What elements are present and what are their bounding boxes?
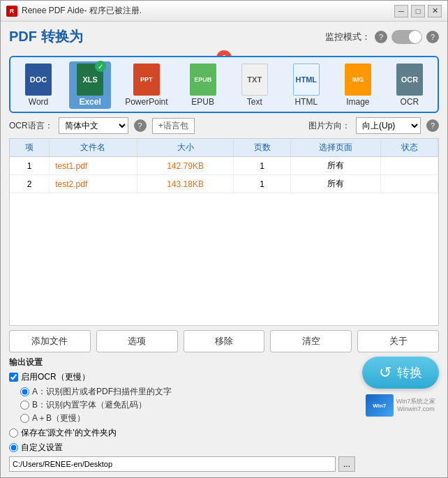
format-excel[interactable]: XLS ✓ Excel: [69, 61, 111, 109]
radio-a-label[interactable]: A：识别图片或者PDF扫描件里的文字: [32, 386, 172, 398]
header-row: PDF 转换为 监控模式： ? ?: [9, 27, 439, 46]
format-ppt[interactable]: PPT PowerPoint: [121, 61, 172, 109]
ocr-language-label: OCR语言：: [9, 120, 53, 132]
enable-ocr-row: 启用OCR（更慢）: [9, 371, 355, 383]
browse-button[interactable]: ...: [338, 456, 355, 472]
cell-pages: 1: [234, 175, 291, 193]
ppt-label: PowerPoint: [125, 97, 167, 107]
options-button[interactable]: 选项: [96, 330, 178, 352]
maximize-button[interactable]: □: [411, 5, 425, 17]
cell-filename: test1.pdf: [50, 157, 137, 175]
cell-size: 142.79KB: [137, 157, 234, 175]
monitor-area: 监控模式： ? ?: [325, 30, 439, 44]
format-word[interactable]: DOC Word: [17, 61, 59, 109]
main-window: R Renee PDF Aide- 程序已被注册. ─ □ ✕ PDF 转换为 …: [0, 0, 448, 478]
table-row[interactable]: 1 test1.pdf 142.79KB 1 所有: [10, 157, 438, 175]
ocr-icon-wrap: OCR: [396, 64, 423, 96]
monitor-toggle[interactable]: [391, 30, 422, 44]
word-icon: DOC: [25, 64, 52, 96]
html-icon-wrap: HTML: [293, 64, 320, 96]
watermark-text: Win7系统之家 Winwin7.com: [396, 398, 436, 413]
excel-label: Excel: [79, 97, 100, 107]
excel-icon-wrap: XLS ✓: [77, 64, 103, 96]
epub-label: EPUB: [191, 97, 214, 107]
image-icon-wrap: IMG: [345, 64, 371, 96]
epub-icon-wrap: ePUB: [190, 64, 216, 96]
ocr-radio-group: A：识别图片或者PDF扫描件里的文字 B：识别内置字体（避免乱码） A＋B（更慢…: [20, 386, 355, 424]
col-header-size: 大小: [137, 139, 234, 157]
cell-pages: 1: [234, 157, 291, 175]
format-grid: DOC Word XLS ✓ Excel: [13, 61, 435, 109]
direction-select[interactable]: 向上(Up) 向左(Left) 向右(Right) 向下(Down): [356, 117, 421, 134]
custom-dir-radio[interactable]: [9, 443, 18, 452]
watermark-area: Win7 Win7系统之家 Winwin7.com: [366, 394, 436, 417]
radio-a[interactable]: [20, 387, 29, 396]
format-html[interactable]: HTML HTML: [285, 61, 327, 109]
text-icon: TXT: [241, 64, 268, 96]
output-settings-title: 输出设置: [9, 357, 355, 368]
cell-id: 2: [10, 175, 50, 193]
col-header-selected-pages: 选择页面: [291, 139, 381, 157]
path-row: ...: [9, 456, 355, 472]
cell-status: [381, 175, 438, 193]
main-content: PDF 转换为 监控模式： ? ? 2: [1, 22, 447, 477]
radio-b[interactable]: [20, 401, 29, 410]
window-controls: ─ □ ✕: [394, 5, 442, 17]
format-ocr[interactable]: OCR OCR: [389, 61, 431, 109]
cell-size: 143.18KB: [137, 175, 234, 193]
table-row[interactable]: 2 test2.pdf 143.18KB 1 所有: [10, 175, 438, 193]
toggle-knob: [409, 31, 421, 43]
convert-label: 转换: [397, 364, 422, 381]
image-icon: IMG: [345, 64, 371, 96]
monitor-question2-icon[interactable]: ?: [426, 31, 439, 43]
epub-icon: ePUB: [190, 64, 216, 96]
convert-icon: ↺: [379, 364, 391, 382]
remove-button[interactable]: 移除: [184, 330, 265, 352]
direction-question-button[interactable]: ?: [426, 119, 439, 132]
monitor-label: 监控模式：: [325, 31, 371, 43]
lang-pack-button[interactable]: +语言包: [152, 118, 195, 134]
format-epub[interactable]: ePUB EPUB: [182, 61, 224, 109]
watermark-line1: Win7系统之家: [396, 398, 436, 405]
radio-b-label[interactable]: B：识别内置字体（避免乱码）: [32, 399, 147, 411]
win7-icon: Win7: [366, 394, 394, 417]
cell-id: 1: [10, 157, 50, 175]
right-convert-area: ↺ 转换 Win7 Win7系统之家 Winwin7.com: [362, 357, 439, 417]
ocr-language-select[interactable]: 简体中文 English 繁體中文 日本語: [59, 117, 128, 134]
watermark-line2: Winwin7.com: [396, 405, 436, 413]
app-icon: R: [6, 6, 17, 17]
radio-c-label[interactable]: A＋B（更慢）: [32, 412, 85, 424]
output-settings: 输出设置 启用OCR（更慢） A：识别图片或者PDF扫描件里的文字 B：识别内置…: [9, 357, 355, 472]
enable-ocr-checkbox[interactable]: [9, 373, 18, 382]
keep-source-label[interactable]: 保存在'源文件'的文件夹内: [21, 427, 117, 439]
add-file-button[interactable]: 添加文件: [9, 330, 91, 352]
col-header-pages: 页数: [234, 139, 291, 157]
custom-path-input[interactable]: [9, 456, 336, 472]
custom-dir-label[interactable]: 自定义设置: [21, 442, 63, 454]
radio-c[interactable]: [20, 414, 29, 423]
enable-ocr-label[interactable]: 启用OCR（更慢）: [21, 371, 90, 383]
cell-filename: test2.pdf: [50, 175, 137, 193]
convert-button[interactable]: ↺ 转换: [362, 357, 439, 389]
excel-checkmark: ✓: [95, 61, 106, 72]
ocr-icon: OCR: [396, 64, 423, 96]
format-text[interactable]: TXT Text: [234, 61, 276, 109]
col-header-filename: 文件名: [50, 139, 137, 157]
clear-button[interactable]: 清空: [270, 330, 352, 352]
minimize-button[interactable]: ─: [394, 5, 408, 17]
keep-source-radio[interactable]: [9, 428, 18, 438]
app-title: PDF 转换为: [9, 27, 83, 46]
custom-dir-row: 自定义设置: [9, 442, 355, 454]
radio-c-row: A＋B（更慢）: [20, 412, 355, 424]
image-label: Image: [346, 97, 369, 107]
html-icon: HTML: [293, 64, 320, 96]
about-button[interactable]: 关于: [357, 330, 439, 352]
word-label: Word: [29, 97, 48, 107]
close-button[interactable]: ✕: [428, 5, 442, 17]
window-title: Renee PDF Aide- 程序已被注册.: [22, 5, 394, 17]
file-table-container: 项 文件名 大小 页数 选择页面 状态 1 test1.pdf 142.79KB…: [9, 138, 439, 326]
ocr-language-question-button[interactable]: ?: [134, 119, 147, 132]
format-image[interactable]: IMG Image: [337, 61, 379, 109]
html-label: HTML: [294, 97, 318, 107]
monitor-question-icon[interactable]: ?: [375, 31, 387, 43]
